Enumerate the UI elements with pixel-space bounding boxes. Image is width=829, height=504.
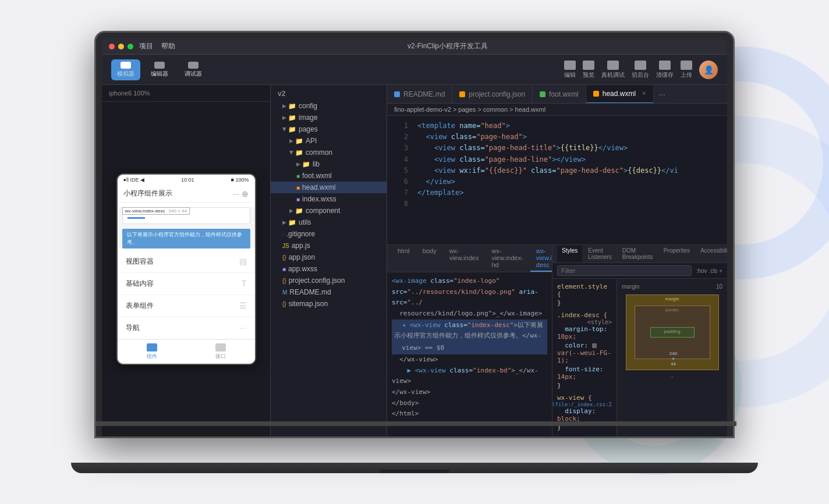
laptop-hinge	[96, 421, 736, 426]
inspector-tab-wxview-index-hd[interactable]: wx-view.index-hd	[486, 245, 529, 272]
laptop-screen: 项目 帮助 v2-FinClip小程序开发工具 模拟器 编辑器	[102, 38, 727, 436]
close-button[interactable]	[109, 44, 115, 49]
styles-filter-input[interactable]	[557, 265, 692, 276]
element-label: wx-view.index-desc 240 × 44	[122, 207, 190, 215]
code-line-8: 8	[387, 198, 727, 210]
phone-list: 视图容器 ▤ 基础内容 T 表单组件 ☰	[118, 251, 255, 339]
file-tree-item-app-js[interactable]: JS app.js	[271, 240, 387, 251]
clear-cache-action[interactable]: 清缓存	[656, 61, 674, 79]
debugger-button[interactable]: 调试器	[179, 59, 208, 80]
tab-foot-wxml[interactable]: foot.wxml	[533, 85, 586, 104]
phone-panel: iphone6 100% ●ll IDE ◀ 10:01 ■ 100%	[102, 85, 271, 436]
styles-tab-accessibility[interactable]: Accessibility	[696, 245, 727, 262]
phone-frame-container: ●ll IDE ◀ 10:01 ■ 100% 小程序组件展示 ··· ⊕	[102, 102, 270, 436]
html-line-selected-1: ◂ <wx-view class="index-desc">以下将展示小程序官方…	[392, 320, 547, 342]
file-tree-item-utils[interactable]: ▶ 📁 utils	[271, 216, 387, 228]
tab-readme[interactable]: README.md	[387, 85, 452, 104]
file-tree-item-api[interactable]: ▶ 📁 API	[271, 135, 387, 147]
file-tree-panel: v2 ▶ 📁 config ▶ 📁 image	[271, 85, 387, 436]
inspector-tab-body[interactable]: body	[417, 245, 442, 272]
box-model-diagram: margin border padding 240 × 44	[626, 294, 719, 370]
html-line-1: <wx-image class="index-logo" src="../res…	[392, 276, 547, 308]
editor-button[interactable]: 编辑器	[145, 59, 174, 80]
tab-head-wxml[interactable]: head.wxml ✕	[586, 85, 654, 104]
file-tree-item-image[interactable]: ▶ 📁 image	[271, 112, 387, 123]
file-tree-item-readme[interactable]: M README.md	[271, 286, 387, 298]
real-device-debug-action[interactable]: 真机调试	[601, 61, 625, 79]
menu-item-help[interactable]: 帮助	[161, 41, 175, 51]
avatar[interactable]: 👤	[699, 61, 718, 79]
phone-app-title-bar: 小程序组件展示 ··· ⊕	[118, 185, 255, 203]
code-main: 1 <template name="head"> 2 <view class="…	[387, 116, 727, 244]
preview-action[interactable]: 预览	[583, 61, 594, 79]
file-tree-item-common[interactable]: ▶ 📁 common	[271, 147, 387, 158]
filter-tags: :hov .cls +	[696, 268, 722, 274]
upload-action[interactable]: 上传	[681, 61, 692, 79]
file-tree-item-head-wxml[interactable]: ■ head.wxml	[271, 182, 387, 193]
styles-tab-styles[interactable]: Styles	[557, 245, 582, 262]
file-tree-item-sitemap[interactable]: {} sitemap.json	[271, 298, 387, 310]
file-tree-item-config[interactable]: ▶ 📁 config	[271, 100, 387, 112]
file-tree-header: v2	[271, 85, 387, 100]
element-highlight-box: wx-view.index-desc 240 × 44	[122, 207, 250, 224]
list-item-form: 表单组件 ☰	[118, 295, 255, 317]
box-model-panel: margin 10 margin border	[617, 279, 727, 436]
html-line-2: resources/kind/logo.png">_</wx-image>	[392, 308, 547, 320]
file-tree-item-project-config[interactable]: {} project.config.json	[271, 275, 387, 286]
html-code-area: <wx-image class="index-logo" src="../res…	[387, 272, 552, 436]
file-tree-item-foot-wxml[interactable]: ■ foot.wxml	[271, 170, 387, 182]
laptop-frame: 项目 帮助 v2-FinClip小程序开发工具 模拟器 编辑器	[94, 31, 735, 438]
list-item-basic-content: 基础内容 T	[118, 273, 255, 295]
file-tree-item-lib[interactable]: ▶ 📁 lib	[271, 158, 387, 170]
styles-tab-dom-breakpoints[interactable]: DOM Breakpoints	[618, 245, 658, 262]
style-rule-element: element.style { }	[557, 282, 612, 307]
phone-nav-api[interactable]: 接口	[186, 343, 255, 360]
menu-item-project[interactable]: 项目	[139, 41, 153, 51]
file-tree-item-index-wxss[interactable]: ■ index.wxss	[271, 193, 387, 205]
code-editor[interactable]: 1 <template name="head"> 2 <view class="…	[387, 116, 727, 244]
tab-project-config[interactable]: project.config.json	[452, 85, 533, 104]
edit-action[interactable]: 编辑	[564, 61, 576, 79]
laptop-container: 项目 帮助 v2-FinClip小程序开发工具 模拟器 编辑器	[94, 31, 735, 473]
code-line-4: 4 <view class="page-head-line"></view>	[387, 154, 727, 165]
code-area: 1 <template name="head"> 2 <view class="…	[387, 116, 727, 244]
file-tree-item-app-json[interactable]: {} app.json	[271, 251, 387, 263]
background-action[interactable]: 切后台	[632, 61, 649, 79]
minimize-button[interactable]	[118, 44, 124, 49]
style-rule-index-desc: .index-desc { <style> margin-top: 10px; …	[557, 311, 612, 390]
file-tree-item-component[interactable]: ▶ 📁 component	[271, 205, 387, 216]
device-info: iphone6 100%	[102, 85, 270, 102]
file-tree-item-gitignore[interactable]: · .gitignore	[271, 228, 387, 240]
title-bar: 项目 帮助 v2-FinClip小程序开发工具	[102, 38, 727, 55]
styles-tab-properties[interactable]: Properties	[659, 245, 695, 262]
styles-content: element.style { } .index-desc { <style>	[552, 279, 727, 436]
code-line-1: 1 <template name="head">	[387, 120, 727, 132]
html-line-selected-2: view> == $0	[392, 342, 547, 354]
inspector-tab-html[interactable]: html	[392, 245, 416, 272]
html-line-6: ▶ <wx-view class="index-bd">_</wx-view>	[392, 365, 547, 387]
main-content: iphone6 100% ●ll IDE ◀ 10:01 ■ 100%	[102, 85, 727, 436]
phone-status-bar: ●ll IDE ◀ 10:01 ■ 100%	[118, 175, 255, 185]
editor-breadcrumb: fino-applet-demo-v2 > pages > common > h…	[387, 104, 727, 116]
code-line-2: 2 <view class="page-head">	[387, 132, 727, 143]
file-tree-item-pages[interactable]: ▶ 📁 pages	[271, 123, 387, 135]
tab-close-icon[interactable]: ✕	[642, 90, 646, 97]
html-line-7: </wx-view>	[392, 387, 547, 398]
devtools-panel: html body wx-view.index wx-view.index-hd…	[387, 244, 727, 436]
tabs-more-button[interactable]: ···	[654, 90, 670, 99]
phone-nav-components[interactable]: 组件	[118, 343, 186, 360]
html-line-8: </body>	[392, 398, 547, 409]
html-inspector: html body wx-view.index wx-view.index-hd…	[387, 245, 552, 436]
inspector-tabs: html body wx-view.index wx-view.index-hd…	[387, 245, 552, 272]
file-tree-item-app-wxss[interactable]: ■ app.wxss	[271, 263, 387, 275]
code-line-3: 3 <view class="page-head-title">{{title}…	[387, 143, 727, 154]
inspector-tab-wxview-index[interactable]: wx-view.index	[444, 245, 485, 272]
list-item-nav: 导航 ···	[118, 317, 255, 339]
editor-panel: README.md project.config.json foot.wxml	[387, 85, 727, 436]
simulator-button[interactable]: 模拟器	[111, 59, 140, 80]
html-line-9: </html>	[392, 409, 547, 420]
maximize-button[interactable]	[127, 44, 133, 49]
inspector-tab-wxview-index-desc[interactable]: wx-view.index-desc	[530, 245, 552, 272]
code-line-5: 5 <view wx:if="{{desc}}" class="page-hea…	[387, 165, 727, 176]
styles-tab-event-listeners[interactable]: Event Listeners	[583, 245, 617, 262]
